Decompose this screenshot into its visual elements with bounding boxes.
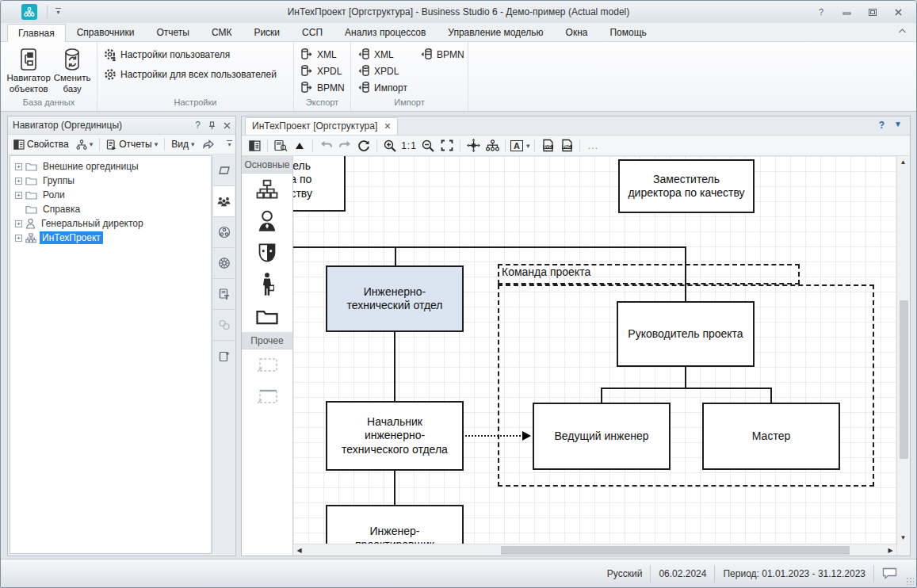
layout-tree-button[interactable] [484,138,500,154]
minimize-button[interactable] [840,6,854,18]
zoom-in-button[interactable] [382,138,398,154]
vertical-scrollbar[interactable]: ▲ ▼ [897,156,910,544]
help-icon[interactable]: ? [879,120,885,131]
message-bubble-icon[interactable] [882,567,897,579]
quick-access-dropdown[interactable]: ▾ [55,8,61,16]
palette-role-shape[interactable] [242,237,292,269]
palette-group-shape[interactable] [242,300,292,332]
expand-icon[interactable]: + [15,163,22,170]
language-indicator[interactable]: Русский [607,568,643,579]
font-button[interactable]: A ▾ [510,138,529,154]
save-svg-button[interactable]: SVG [540,138,556,154]
close-tab-icon[interactable]: ✕ [384,121,391,132]
reports-button[interactable]: Отчеты ▾ [104,137,160,151]
close-icon[interactable] [224,122,231,129]
palette-position-shape[interactable] [242,205,292,237]
scroll-up-icon[interactable]: ▲ [897,156,909,168]
undo-button[interactable] [318,138,334,154]
scroll-right-icon[interactable]: ▶ [885,544,896,556]
fit-to-window-button[interactable] [439,138,455,154]
tab-ssp[interactable]: ССП [291,23,334,41]
toolbar-more-button[interactable]: ... [585,138,601,154]
help-button[interactable]: ? [815,6,829,18]
orgchart-view-button[interactable]: ▾ [74,138,96,151]
tab-okna[interactable]: Окна [555,23,599,41]
import-xpdl-button[interactable]: XPDL [357,65,407,77]
go-to-icon[interactable] [200,138,216,151]
palette-titled-frame-shape[interactable] [242,381,292,413]
tab-pomosch[interactable]: Помощь [598,23,657,41]
node-deputy-production[interactable]: Заместитель директора по производству [293,156,346,212]
node-lead-engineer[interactable]: Ведущий инженер [533,403,671,470]
node-design-engineer[interactable]: Инженер- проектировщик [326,505,464,544]
tree-item-reference[interactable]: + Справка [10,202,211,216]
close-button[interactable] [891,6,905,18]
pan-button[interactable] [465,138,481,154]
tab-new-diagram[interactable] [213,341,235,372]
user-settings-button[interactable]: Настройки пользователя [104,48,277,61]
tab-smk[interactable]: СМК [201,23,243,41]
palette-frame-shape[interactable] [242,349,292,381]
node-project-manager[interactable]: Руководитель проекта [617,301,755,367]
tree-item-general-director[interactable]: + Генеральный директор [10,216,211,231]
palette-section-other[interactable]: Прочее [242,332,292,349]
export-xpdl-button[interactable]: XPDL [300,65,345,77]
tab-analiz-processov[interactable]: Анализ процессов [334,23,437,41]
view-button[interactable]: Вид ▾ [169,137,197,151]
scroll-down-icon[interactable]: ▼ [897,532,909,544]
horizontal-scrollbar[interactable]: ◀ ▶ [293,544,896,556]
change-database-button[interactable]: Сменить базу [54,45,91,97]
tab-spravochniki[interactable]: Справочники [66,23,146,41]
tab-upravlenie-modelyu[interactable]: Управление моделью [437,23,554,41]
properties-button[interactable]: Свойства [11,137,71,151]
save-png-button[interactable]: PNG [559,138,575,154]
palette-subdivision-shape[interactable] [242,174,292,205]
all-users-settings-button[interactable]: Настройки для всех пользователей [104,68,277,81]
zoom-100-button[interactable]: 1:1 [401,138,417,154]
node-master[interactable]: Мастер [702,403,840,470]
scrollbar-thumb[interactable] [900,300,908,459]
node-deputy-quality[interactable]: Заместитель директора по качеству [618,159,755,213]
tree-item-groups[interactable]: + Группы [10,174,211,188]
tab-subjects-disabled[interactable] [213,310,235,341]
chevron-down-icon[interactable]: ▼ [894,120,902,131]
tab-processes[interactable] [213,155,235,186]
export-bpmn-button[interactable]: BPMN [300,82,345,94]
restore-button[interactable] [865,6,880,18]
diagram-properties-button[interactable] [246,138,262,154]
expand-icon[interactable]: + [15,235,22,242]
pin-icon[interactable] [208,121,216,130]
palette-employee-shape[interactable] [242,269,292,300]
node-dept-head[interactable]: Начальник инженерно- технического отдела [326,401,464,471]
period-indicator[interactable]: Период: 01.01.2023 - 31.12.2023 [723,568,865,579]
help-icon[interactable]: ? [195,120,201,131]
collapse-ribbon-icon[interactable] [898,28,907,34]
import-xml-button[interactable]: XML [357,48,407,60]
navigate-up-icon[interactable] [292,138,308,154]
expand-icon[interactable]: + [15,220,22,227]
object-navigator-button[interactable]: Навигатор объектов [7,45,51,97]
refresh-button[interactable] [356,138,372,154]
import-bpmn-button[interactable]: BPMN [420,48,464,60]
tree-item-external-orgunits[interactable]: + Внешние оргединицы [10,159,211,174]
import-button[interactable]: Импорт [357,82,407,94]
tab-glavnaya[interactable]: Главная [7,24,66,42]
expand-icon[interactable]: + [15,178,22,185]
redo-button[interactable] [337,138,353,154]
node-eng-dept[interactable]: Инженерно- технический отдел [326,265,464,332]
palette-section-main[interactable]: Основные [242,156,292,174]
zoom-out-button[interactable] [420,138,436,154]
tab-documents[interactable] [213,279,235,310]
scroll-left-icon[interactable]: ◀ [293,544,305,556]
tab-activity-objects[interactable] [213,217,235,248]
tab-management[interactable] [213,248,235,279]
export-xml-button[interactable]: XML [300,48,345,60]
tab-riski[interactable]: Риски [243,23,291,41]
tree-item-roles[interactable]: + Роли [10,188,211,202]
tab-org-units[interactable] [213,186,235,217]
toolbar-overflow[interactable]: ▾ [227,140,232,148]
scrollbar-thumb[interactable] [501,546,850,555]
tab-otchety[interactable]: Отчеты [145,23,200,41]
diagram-tab[interactable]: ИнТехПроект [Оргструктура] ✕ [245,117,398,135]
preview-button[interactable] [273,138,288,154]
